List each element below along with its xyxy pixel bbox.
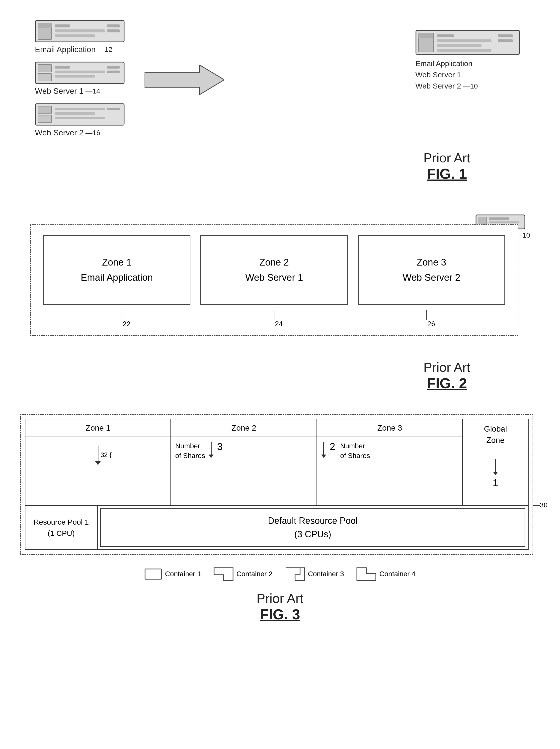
consolidated-server-icon [416,30,520,55]
fig2-outer-container: Zone 1Email Application Zone 2Web Server… [30,224,518,336]
fig3-zones-top: Zone 1 32 { Zone 2 [25,419,529,506]
fig3-zone2-col: Zone 2 Numberof Shares 3 [171,420,317,505]
svg-rect-9 [38,65,51,72]
fig3-global-shares-num: 1 [493,477,498,489]
fig3-global-arrow [493,459,498,475]
fig3-zone3-header: Zone 3 [317,420,462,437]
svg-rect-13 [55,75,95,78]
svg-rect-20 [55,112,95,115]
svg-rect-12 [55,70,105,73]
svg-rect-15 [107,70,120,73]
fig3-zone2-shares-num: 3 [217,441,223,452]
fig3-zone2-body: Numberof Shares 3 [171,437,316,492]
svg-rect-17 [38,106,51,114]
fig3-default-pool-label: Default Resource Pool(3 CPUs) [268,514,358,541]
svg-rect-29 [436,44,481,47]
legend-container3-label: Container 3 [308,570,344,578]
fig2-zone2-ref: 24 [275,320,283,328]
fig2-zone3-ref: 26 [427,320,435,328]
fig1-section: Email Application —12 Web Server 1 [20,15,540,185]
fig2-ref24: 24 [265,310,283,328]
web-server1: Web Server 1 —14 [35,62,125,96]
fig3-zone2-shares: Numberof Shares 3 [175,441,312,461]
legend-container3: Container 3 [285,567,344,581]
svg-rect-26 [419,33,433,38]
fig2-zone1-label: Zone 1Email Application [81,255,153,285]
fig2-zone3: Zone 3Web Server 2 [358,235,505,305]
svg-rect-4 [55,29,105,33]
legend-container1-label: Container 1 [165,570,201,578]
fig3-captions: Prior Art FIG. 3 [20,591,540,623]
web-server2: Web Server 2 —16 [35,103,125,137]
fig3-zone3-shares-num: 2 [330,441,335,452]
svg-rect-14 [107,66,120,68]
fig2-refs: 22 24 26 [38,310,510,328]
web-server1-label: Web Server 1 [35,87,84,96]
svg-rect-10 [38,73,51,81]
svg-rect-2 [38,23,51,28]
svg-rect-19 [55,108,105,110]
fig3-zone3-arrow [321,442,326,458]
web-server2-ref: —16 [86,129,100,137]
svg-rect-36 [489,221,519,223]
fig1-right-server: Email ApplicationWeb Server 1Web Server … [416,30,520,91]
fig3-zone2-header: Zone 2 [171,420,316,437]
svg-rect-5 [55,35,95,37]
fig3-global-zone-header: GlobalZone [463,420,528,450]
fig2-captions: Prior Art FIG. 2 [423,360,470,391]
email-app-ref: —12 [98,46,112,53]
fig2-prior-art: Prior Art [423,360,470,375]
legend-container1: Container 1 [144,569,201,580]
fig2-zone2-label: Zone 2Web Server 1 [245,255,303,285]
fig1-left-servers: Email Application —12 Web Server 1 [35,20,125,137]
fig3-pool1-label: Resource Pool 1(1 CPU) [33,516,89,539]
svg-rect-7 [107,29,120,33]
svg-marker-23 [144,65,224,95]
fig3-global-zone-body: 1 [463,450,528,505]
container3-icon [285,567,305,581]
svg-rect-27 [436,35,454,37]
fig1-arrow [144,65,224,96]
fig3-title: FIG. 3 [20,606,540,623]
fig2-zone1-ref: 22 [122,320,130,328]
web-server2-label: Web Server 2 [35,128,84,137]
right-server-label: Email ApplicationWeb Server 1Web Server … [416,58,520,91]
fig3-zone2-arrow [208,442,214,458]
fig2-zone1: Zone 1Email Application [43,235,191,305]
fig3-section: 22 24 26 34 [20,414,540,623]
fig2-ref22: 22 [113,310,130,328]
fig3-zone3-shares-label: Numberof Shares [340,441,370,461]
fig3-zone3-col: Zone 3 2 Numberof Shares [317,420,463,505]
fig3-default-pool-wrapper: Default Resource Pool(3 CPUs) [98,506,528,549]
fig2-zone3-label: Zone 3Web Server 2 [403,255,461,285]
svg-rect-28 [436,39,491,42]
svg-rect-18 [38,115,51,123]
container4-icon [356,567,376,581]
fig3-zone1-header: Zone 1 [25,420,171,437]
fig3-zone3-shares: 2 Numberof Shares [321,441,458,461]
fig1-prior-art: Prior Art [423,150,470,165]
legend-container4: Container 4 [356,567,416,581]
legend-container2: Container 2 [214,567,273,581]
fig3-legend: Container 1 Container 2 Container 3 [20,562,540,586]
fig1-captions: Prior Art FIG. 1 [423,150,470,182]
svg-rect-21 [55,117,105,119]
svg-rect-32 [498,39,513,42]
fig3-zone2-shares-label: Numberof Shares [175,441,205,461]
page: Email Application —12 Web Server 1 [0,0,560,749]
web-server1-icon [35,62,125,84]
email-app-label: Email Application [35,45,96,54]
legend-container4-label: Container 4 [379,570,416,578]
fig2-title: FIG. 2 [423,375,470,391]
svg-rect-30 [436,49,491,51]
svg-rect-11 [55,66,70,68]
fig3-zone3-body: 2 Numberof Shares [317,437,462,492]
fig3-ref32: 32 { [100,451,112,459]
right-arrow-icon [144,65,224,95]
fig3-resource-pools: Resource Pool 1(1 CPU) Default Resource … [25,506,529,550]
fig3-zone1-col: Zone 1 32 { [25,420,171,505]
legend-container2-label: Container 2 [237,570,273,578]
svg-rect-35 [489,217,509,220]
fig3-zone1-arrow: 32 { [29,446,166,465]
fig2-zones-row: Zone 1Email Application Zone 2Web Server… [38,233,510,307]
